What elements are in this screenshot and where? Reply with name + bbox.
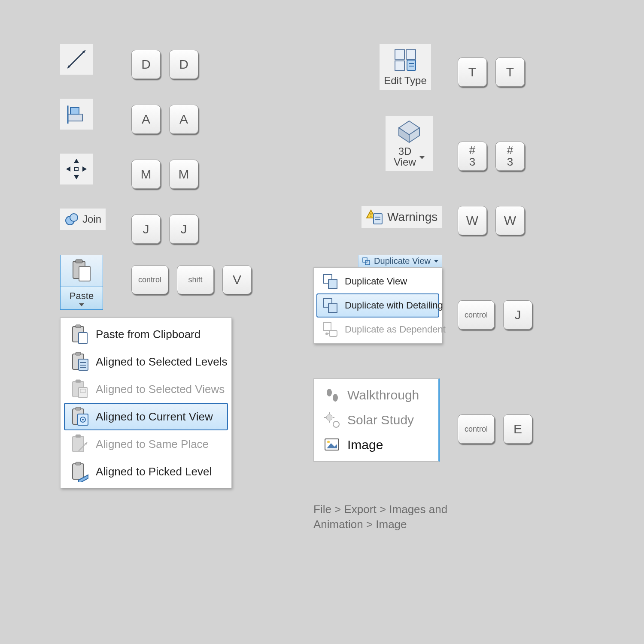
join-command[interactable]: Join [60, 209, 106, 230]
duplicate-menu-item[interactable]: Duplicate View [316, 269, 439, 293]
key-j: J [169, 215, 198, 244]
align-shortcut: A A [131, 105, 198, 134]
warnings-command[interactable]: ! Warnings [361, 206, 442, 228]
svg-point-72 [333, 421, 339, 427]
svg-rect-38 [73, 464, 84, 479]
svg-text:!: ! [370, 212, 372, 218]
3d-view-label-2: View [394, 157, 416, 167]
paste-button-label-area[interactable]: Paste [61, 287, 103, 309]
paste-menu-item-label: Aligned to Picked Level [96, 465, 212, 478]
join-shortcut: J J [131, 215, 198, 244]
duplicate-view-menu: Duplicate View Duplicate with Detailing … [313, 267, 442, 344]
paste-shortcut: control shift V [131, 265, 252, 294]
picture-icon [323, 436, 340, 454]
dimension-icon [64, 47, 88, 71]
svg-rect-43 [406, 50, 416, 59]
key-d: D [169, 50, 198, 79]
clipboard-icon [69, 324, 90, 345]
chevron-down-icon [434, 260, 438, 263]
svg-point-33 [82, 419, 84, 420]
paste-dropdown-menu: Paste from Clipboard Aligned to Selected… [60, 317, 232, 488]
key-t: T [458, 57, 487, 87]
3d-view-label-1: 3D [398, 146, 412, 157]
key-m: M [169, 160, 198, 189]
svg-rect-18 [79, 333, 87, 344]
duplicate-view-icon [322, 273, 339, 290]
key-a: A [169, 105, 198, 134]
3d-view-shortcut: # 3 # 3 [458, 142, 525, 171]
align-command[interactable] [60, 99, 93, 130]
key-j: J [503, 300, 532, 330]
duplicate-view-icon [322, 321, 339, 338]
paste-menu-item: Aligned to Same Place [64, 430, 228, 458]
svg-point-65 [327, 389, 332, 396]
key-e: E [503, 414, 532, 444]
svg-rect-60 [328, 304, 337, 312]
svg-rect-20 [76, 352, 81, 355]
svg-rect-42 [395, 61, 404, 70]
svg-rect-15 [79, 266, 90, 281]
duplicate-view-shortcut: control J [458, 300, 532, 330]
paste-menu-item-label: Aligned to Current View [96, 410, 213, 423]
key-control: control [458, 414, 495, 444]
align-icon [64, 102, 88, 126]
paste-menu-item: Aligned to Selected Views [64, 375, 228, 403]
duplicate-view-header[interactable]: Duplicate View [358, 255, 442, 267]
paste-menu-item-label: Aligned to Selected Views [96, 383, 225, 396]
key-a: A [131, 105, 161, 134]
svg-line-0 [69, 51, 84, 67]
duplicate-view-block: Duplicate View Duplicate View Duplicate … [313, 255, 442, 344]
join-icon [64, 212, 79, 227]
export-list-item-label: Image [347, 438, 383, 452]
export-breadcrumb: File > Export > Images and Animation > I… [313, 502, 468, 532]
svg-rect-17 [76, 325, 81, 328]
move-shortcut: M M [131, 160, 198, 189]
key-shift: shift [177, 265, 214, 294]
svg-marker-7 [74, 159, 79, 163]
paste-menu-item[interactable]: Paste from Clipboard [64, 320, 228, 348]
paste-icon[interactable] [61, 255, 103, 287]
warnings-shortcut: W W [458, 206, 525, 235]
paste-menu-item[interactable]: Aligned to Selected Levels [64, 348, 228, 375]
edit-type-command[interactable]: Edit Type [380, 44, 431, 90]
svg-rect-44 [407, 60, 416, 70]
svg-point-67 [326, 414, 332, 420]
export-list-item-label: Solar Study [347, 413, 414, 427]
key-control: control [458, 300, 495, 330]
key-j: J [131, 215, 161, 244]
edit-type-label: Edit Type [384, 75, 427, 87]
clipboard-current-icon [69, 406, 90, 427]
key-hash-3: # 3 [458, 142, 487, 171]
clipboard-picked-icon [69, 461, 90, 482]
svg-point-66 [333, 394, 338, 402]
svg-rect-3 [68, 114, 82, 121]
paste-menu-item-label: Aligned to Same Place [96, 438, 209, 451]
clipboard-same-icon [69, 434, 90, 454]
paste-split-button[interactable]: Paste [60, 255, 103, 310]
paste-menu-item[interactable]: Aligned to Current View [64, 403, 228, 430]
svg-rect-61 [323, 323, 331, 330]
key-m: M [131, 160, 161, 189]
duplicate-menu-item: Duplicate as Dependent [316, 317, 439, 342]
3d-view-command[interactable]: 3D View [386, 116, 433, 171]
svg-point-12 [70, 214, 78, 221]
paste-menu-item-label: Paste from Clipboard [96, 328, 200, 341]
move-command[interactable] [60, 154, 93, 184]
clipboard-views-icon [69, 379, 90, 399]
duplicate-menu-item-label: Duplicate View [345, 276, 407, 287]
export-list-item[interactable]: Walkthrough [323, 387, 429, 404]
export-list-item[interactable]: Image [323, 436, 429, 454]
duplicate-menu-item[interactable]: Duplicate with Detailing [316, 293, 439, 317]
house-3d-icon [395, 119, 423, 144]
duplicate-menu-item-label: Duplicate as Dependent [345, 324, 446, 335]
paste-menu-item[interactable]: Aligned to Picked Level [64, 458, 228, 485]
edit-type-icon [392, 47, 418, 73]
svg-rect-34 [73, 436, 84, 452]
svg-rect-30 [76, 407, 81, 410]
key-t: T [495, 57, 525, 87]
dimension-command[interactable] [60, 44, 93, 75]
export-list-item[interactable]: Solar Study [323, 411, 429, 429]
key-w: W [495, 206, 525, 235]
warnings-label: Warnings [387, 210, 437, 224]
svg-rect-62 [329, 330, 337, 336]
